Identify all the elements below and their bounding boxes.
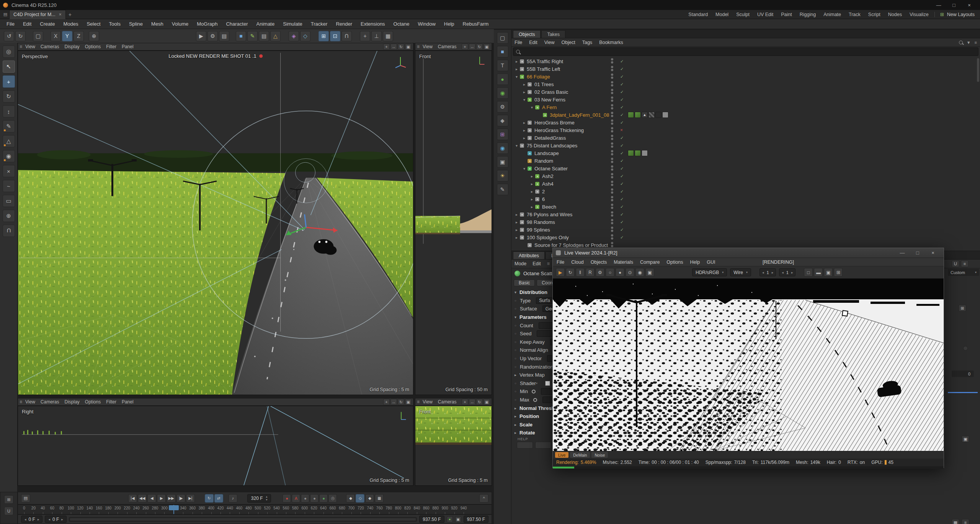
enable-toggle[interactable]: ✓: [620, 73, 624, 80]
keyframe-selection-button[interactable]: ◆: [346, 494, 355, 503]
expand-caret-icon[interactable]: ▸: [514, 235, 519, 240]
animation-dot-icon[interactable]: ○: [514, 365, 520, 369]
attr-menu-mode[interactable]: Mode: [514, 261, 526, 266]
expand-caret-icon[interactable]: ▸: [529, 197, 535, 201]
maximize-button[interactable]: □: [946, 0, 962, 10]
minimize-button[interactable]: —: [895, 248, 910, 258]
lv-footer-noise[interactable]: Noise: [591, 452, 608, 458]
magnet-icon[interactable]: U: [952, 260, 959, 267]
layer-spinner[interactable]: ◂ 1 ▸: [779, 268, 795, 276]
axis-tool-icon[interactable]: ⊕: [3, 210, 15, 222]
visibility-dots[interactable]: [611, 96, 613, 102]
editor-visibility-dot[interactable]: [611, 89, 613, 91]
visibility-dots[interactable]: [611, 158, 613, 163]
lv-menu-file[interactable]: File: [557, 260, 564, 265]
cube-icon[interactable]: ■: [497, 46, 508, 57]
render-visibility-dot[interactable]: [611, 61, 613, 64]
lv-menu-objects[interactable]: Objects: [591, 260, 607, 265]
front-viewport[interactable]: Front Grid Spacing : 50 m: [415, 51, 492, 395]
viewport-menu-cameras[interactable]: Cameras: [438, 44, 457, 49]
editor-visibility-dot[interactable]: [611, 211, 613, 214]
visibility-dots[interactable]: [611, 219, 613, 224]
expand-caret-icon[interactable]: ▾: [514, 75, 519, 79]
menubar-item-render[interactable]: Render: [332, 19, 356, 29]
object-row-01-trees[interactable]: ▸01 Trees✓: [511, 80, 980, 88]
editor-visibility-dot[interactable]: [611, 96, 613, 99]
tab-objects[interactable]: Objects: [513, 30, 541, 38]
expand-caret-icon[interactable]: ▾: [529, 105, 535, 109]
object-row-6[interactable]: ▸6✓: [511, 195, 980, 203]
render-visibility-dot[interactable]: [611, 100, 613, 102]
visibility-dots[interactable]: [611, 127, 613, 132]
camera-view-icon[interactable]: ▣: [645, 268, 654, 277]
expand-caret-icon[interactable]: ▸: [514, 67, 519, 71]
maximize-view-button[interactable]: ▣: [483, 399, 490, 405]
menu-icon[interactable]: ≡: [962, 519, 969, 524]
coord-system-icon[interactable]: ⊕: [89, 31, 99, 41]
scale-tool-icon[interactable]: ↕: [3, 105, 15, 118]
visibility-dots[interactable]: [611, 165, 613, 171]
paint-tool-icon[interactable]: ◉: [3, 150, 15, 162]
enable-toggle[interactable]: ✓: [620, 111, 624, 119]
filter-icon[interactable]: ▼: [967, 40, 971, 45]
viewport-menu-options[interactable]: Options: [85, 399, 101, 405]
menubar-item-window[interactable]: Window: [414, 19, 440, 29]
menubar-item-tools[interactable]: Tools: [105, 19, 125, 29]
visibility-dots[interactable]: [611, 142, 613, 148]
enable-toggle[interactable]: ✓: [620, 57, 624, 65]
layout-track[interactable]: Track: [845, 10, 864, 19]
viewport-menu-cameras[interactable]: Cameras: [41, 44, 59, 49]
maximize-button[interactable]: □: [910, 248, 925, 258]
viewport-menu-options[interactable]: Options: [85, 44, 101, 49]
expand-caret-icon[interactable]: ▸: [514, 212, 519, 217]
tab-attributes[interactable]: Attributes: [513, 251, 545, 259]
globe-icon[interactable]: ◉: [497, 142, 508, 154]
editor-visibility-dot[interactable]: [611, 181, 613, 183]
increment-icon[interactable]: ▸: [61, 517, 63, 521]
zoom-view-button[interactable]: ↔: [469, 44, 475, 50]
light-icon[interactable]: ☀: [497, 170, 508, 181]
undo-icon[interactable]: ↺: [4, 31, 14, 41]
axis-x-button[interactable]: X: [51, 31, 61, 41]
viewport-menu-display[interactable]: Display: [65, 399, 80, 405]
menubar-item-character[interactable]: Character: [222, 19, 252, 29]
render-visibility-dot[interactable]: [611, 214, 613, 217]
viewport-menu-cameras[interactable]: Cameras: [438, 399, 457, 405]
magnet-tool-icon[interactable]: U: [3, 225, 15, 237]
maximize-view-button[interactable]: ▣: [483, 44, 490, 50]
viewport-menu-view[interactable]: View: [25, 44, 35, 49]
render-visibility-dot[interactable]: [611, 138, 613, 140]
enable-toggle[interactable]: ✓: [620, 180, 624, 188]
render-visibility-dot[interactable]: [611, 122, 613, 125]
editor-visibility-dot[interactable]: [611, 196, 613, 198]
subwindow-icon[interactable]: ⊞: [834, 268, 843, 277]
maximize-view-button[interactable]: ▣: [405, 44, 412, 50]
timeline-collapse-button[interactable]: ^: [479, 494, 488, 503]
menubar-item-create[interactable]: Create: [36, 19, 59, 29]
viewport-menu-cameras[interactable]: Cameras: [41, 399, 59, 405]
tab-list-icon[interactable]: ▤: [2, 11, 9, 18]
axis-z-button[interactable]: Z: [74, 31, 84, 41]
kernel-settings-icon[interactable]: ⚙: [596, 268, 604, 277]
render-view-icon[interactable]: ▶: [196, 31, 206, 41]
primitive-cube-icon[interactable]: ■: [236, 31, 246, 41]
render-visibility-dot[interactable]: [611, 115, 613, 117]
menubar-item-help[interactable]: Help: [440, 19, 459, 29]
lock-axis-icon[interactable]: +: [360, 31, 370, 41]
pen-tool-icon[interactable]: ✎: [3, 120, 15, 132]
visibility-dots[interactable]: [611, 188, 613, 194]
tab-takes[interactable]: Takes: [541, 30, 565, 38]
render-visibility-dot[interactable]: [611, 153, 613, 155]
object-row-76-pylons-and-wires[interactable]: ▸76 Pylons and Wires✓: [511, 211, 980, 218]
workplane-icon[interactable]: ⊥: [371, 31, 382, 41]
grid-toggle-icon[interactable]: ⊞: [4, 495, 13, 504]
rotate-tool-icon[interactable]: ↻: [3, 90, 15, 103]
rock-icon[interactable]: ◆: [497, 115, 508, 126]
enable-toggle[interactable]: ✓: [620, 103, 624, 111]
object-row-55a-traffic-right[interactable]: ▸55A Traffic Right✓: [511, 57, 980, 65]
editor-visibility-dot[interactable]: [611, 242, 613, 244]
options-icon[interactable]: ≡: [547, 261, 550, 266]
range-end-field-2[interactable]: 937.50 F: [464, 516, 488, 523]
render-visibility-dot[interactable]: [611, 207, 613, 209]
render-visibility-dot[interactable]: [611, 176, 613, 178]
